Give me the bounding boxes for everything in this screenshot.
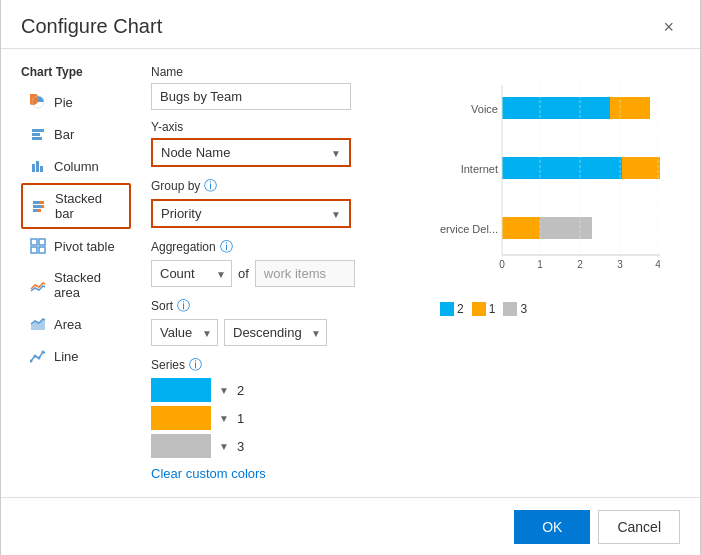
chart-area: Voice Internet Service Del... [440,65,680,481]
series-number-3: 3 [237,439,244,454]
svg-rect-7 [33,201,39,204]
svg-rect-6 [40,166,43,172]
svg-rect-27 [502,157,622,179]
chart-type-stacked-bar[interactable]: Stacked bar [21,183,131,229]
dialog-title: Configure Chart [21,15,162,38]
close-button[interactable]: × [657,16,680,38]
aggregation-of-text: of [238,266,249,281]
series-color-1[interactable] [151,378,211,402]
series-item-2: ▼ 1 [151,406,420,430]
groupby-info-icon[interactable]: ⓘ [204,177,217,195]
sort-dir-select[interactable]: Descending Ascending [224,319,327,346]
dialog-body: Chart Type Pie [1,49,700,497]
svg-rect-12 [37,209,41,212]
yaxis-select[interactable]: Node Name Assigned To State Area Path [153,140,349,165]
svg-rect-3 [32,137,42,140]
legend-label-1: 1 [489,302,496,316]
series-chevron-1[interactable]: ▼ [219,385,229,396]
chart-type-bar[interactable]: Bar [21,119,131,149]
chart-type-bar-label: Bar [54,127,74,142]
svg-text:1: 1 [537,259,543,270]
svg-marker-17 [31,319,45,330]
legend-item-1: 1 [472,302,496,316]
svg-rect-4 [32,164,35,172]
legend-item-2: 2 [440,302,464,316]
series-label: Series ⓘ [151,356,420,374]
groupby-select[interactable]: Priority State Assigned To Area Path [153,201,349,226]
name-label: Name [151,65,420,79]
cancel-button[interactable]: Cancel [598,510,680,544]
pie-icon [30,94,46,110]
area-icon [30,316,46,332]
column-icon [30,158,46,174]
groupby-select-wrapper: Priority State Assigned To Area Path ▼ [151,199,351,228]
name-field-group: Name [151,65,420,110]
chart-type-pivot-table[interactable]: Pivot table [21,231,131,261]
pivot-table-icon [30,238,46,254]
legend-label-2: 2 [457,302,464,316]
chart-type-list: Pie Bar [21,87,131,371]
legend-item-3: 3 [503,302,527,316]
chart-type-pie[interactable]: Pie [21,87,131,117]
chart-type-area-label: Area [54,317,81,332]
chart-legend: 2 1 3 [440,302,680,316]
aggregation-select[interactable]: Count Sum Average [151,260,232,287]
stacked-area-icon [30,277,46,293]
chart-type-column-label: Column [54,159,99,174]
chart-type-pie-label: Pie [54,95,73,110]
series-color-3[interactable] [151,434,211,458]
yaxis-select-wrapper: Node Name Assigned To State Area Path ▼ [151,138,351,167]
svg-rect-1 [32,129,44,132]
svg-text:2: 2 [577,259,583,270]
aggregation-field-group: Aggregation ⓘ Count Sum Average ▼ of wor… [151,238,420,287]
svg-rect-14 [39,239,45,245]
sort-info-icon[interactable]: ⓘ [177,297,190,315]
svg-rect-2 [32,133,40,136]
svg-text:0: 0 [499,259,505,270]
series-chevron-3[interactable]: ▼ [219,441,229,452]
sort-row: Value Label ▼ Descending Ascending ▼ [151,319,420,346]
aggregation-info-icon[interactable]: ⓘ [220,238,233,256]
svg-point-19 [34,355,37,358]
svg-text:4: 4 [655,259,660,270]
name-input[interactable] [151,83,351,110]
series-info-icon[interactable]: ⓘ [189,356,202,374]
svg-rect-13 [31,239,37,245]
chart-type-panel: Chart Type Pie [21,65,131,481]
chart-type-label: Chart Type [21,65,131,79]
svg-rect-15 [31,247,37,253]
chart-type-pivot-label: Pivot table [54,239,115,254]
aggregation-label: Aggregation ⓘ [151,238,420,256]
series-chevron-2[interactable]: ▼ [219,413,229,424]
sort-value-select[interactable]: Value Label [151,319,218,346]
svg-rect-29 [502,217,540,239]
chart-type-column[interactable]: Column [21,151,131,181]
clear-colors-link[interactable]: Clear custom colors [151,466,420,481]
series-color-2[interactable] [151,406,211,430]
svg-rect-11 [33,209,37,212]
series-section: Series ⓘ ▼ 2 ▼ 1 ▼ 3 Clear [151,356,420,481]
svg-rect-26 [610,97,650,119]
svg-text:Internet: Internet [461,163,498,175]
aggregation-select-wrapper: Count Sum Average ▼ [151,260,232,287]
svg-rect-16 [39,247,45,253]
aggregation-workitems-text: work items [255,260,355,287]
chart-type-area[interactable]: Area [21,309,131,339]
line-icon [30,348,46,364]
series-item-3: ▼ 3 [151,434,420,458]
stacked-bar-icon [31,198,47,214]
ok-button[interactable]: OK [514,510,590,544]
chart-svg: Voice Internet Service Del... [440,75,660,295]
svg-rect-5 [36,161,39,172]
svg-rect-28 [622,157,660,179]
chart-type-stacked-bar-label: Stacked bar [55,191,121,221]
legend-label-3: 3 [520,302,527,316]
svg-rect-9 [33,205,41,208]
sort-value-select-wrapper: Value Label ▼ [151,319,218,346]
chart-panel: Voice Internet Service Del... [440,65,680,481]
series-item-1: ▼ 2 [151,378,420,402]
chart-type-line-label: Line [54,349,79,364]
svg-point-21 [42,351,45,354]
chart-type-stacked-area[interactable]: Stacked area [21,263,131,307]
chart-type-line[interactable]: Line [21,341,131,371]
